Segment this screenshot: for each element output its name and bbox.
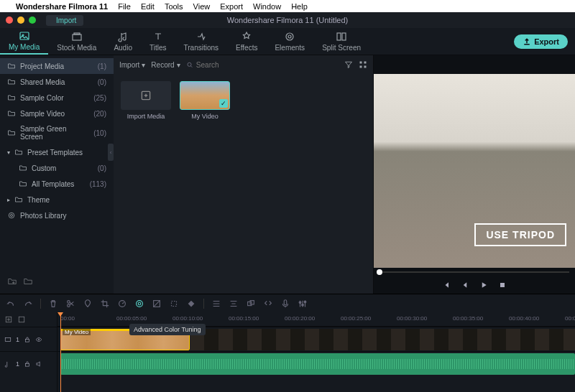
menu-window[interactable]: Window xyxy=(253,2,281,11)
audio-clip[interactable] xyxy=(60,353,575,375)
svg-rect-16 xyxy=(500,283,505,287)
stop-icon[interactable] xyxy=(498,281,507,289)
play-icon[interactable] xyxy=(479,281,488,289)
tab-effects[interactable]: Effects xyxy=(227,28,266,55)
playhead[interactable] xyxy=(60,312,61,392)
expand-icon[interactable] xyxy=(263,299,273,309)
import-media-tile[interactable]: Import Media xyxy=(121,81,171,120)
video-clip-extended[interactable] xyxy=(190,329,575,350)
sidebar-item[interactable]: Project Media(1) xyxy=(0,58,114,74)
folder-icon[interactable] xyxy=(23,276,33,286)
tab-stock-media[interactable]: Stock Media xyxy=(48,28,105,55)
marker-icon[interactable] xyxy=(83,299,93,309)
minimize-window-button[interactable] xyxy=(17,17,24,24)
mixer-icon[interactable] xyxy=(298,299,308,309)
redo-icon[interactable] xyxy=(23,299,33,309)
tab-audio[interactable]: Audio xyxy=(105,28,141,55)
tab-label: Stock Media xyxy=(57,44,96,52)
mac-menubar: Wondershare Filmora 11 File Edit Tools V… xyxy=(0,0,575,12)
sidebar-count: (10) xyxy=(93,129,106,137)
filter-icon[interactable] xyxy=(344,60,353,69)
svg-point-17 xyxy=(68,304,70,307)
sidebar-label: Custom xyxy=(32,164,56,172)
lock-icon[interactable] xyxy=(24,336,31,343)
visibility-icon[interactable] xyxy=(35,336,42,343)
tab-label: Transitions xyxy=(184,44,219,52)
mute-icon[interactable] xyxy=(35,360,42,368)
tab-titles[interactable]: Titles xyxy=(141,28,175,55)
record-dropdown[interactable]: Record▾ xyxy=(151,61,180,69)
menu-edit[interactable]: Edit xyxy=(141,2,155,11)
track-options-icon[interactable] xyxy=(17,315,26,324)
grid-view-icon[interactable] xyxy=(359,60,367,69)
group-icon[interactable] xyxy=(246,299,256,309)
align-icon[interactable] xyxy=(229,299,239,309)
sidebar-item[interactable]: All Templates(113) xyxy=(0,176,114,192)
maximize-window-button[interactable] xyxy=(29,17,36,24)
folder-icon xyxy=(7,93,16,102)
media-clip-tile[interactable]: My Video xyxy=(180,81,230,120)
menu-export[interactable]: Export xyxy=(220,2,243,11)
menu-view[interactable]: View xyxy=(193,2,211,11)
close-window-button[interactable] xyxy=(6,17,13,24)
scrub-handle[interactable] xyxy=(377,269,382,275)
video-track-header[interactable]: 1 xyxy=(0,327,57,351)
sidebar-item[interactable]: ▸Theme xyxy=(0,192,114,207)
timeline-tracks-area[interactable]: 00:0000:00:05:0000:00:10:0000:00:15:0000… xyxy=(58,312,575,392)
skip-back-icon[interactable] xyxy=(442,281,451,289)
sidebar-item[interactable]: Custom(0) xyxy=(0,160,114,176)
import-button[interactable]: Import xyxy=(46,15,83,26)
ruler-mark: 00:00:15:00 xyxy=(229,315,259,322)
tab-transitions[interactable]: Transitions xyxy=(175,28,228,55)
new-folder-icon[interactable] xyxy=(7,276,17,286)
detect-icon[interactable] xyxy=(169,299,179,309)
delete-icon[interactable] xyxy=(48,299,58,309)
svg-point-5 xyxy=(288,35,291,38)
record-vo-icon[interactable] xyxy=(280,299,290,309)
app-name[interactable]: Wondershare Filmora 11 xyxy=(16,2,108,11)
step-back-icon[interactable] xyxy=(461,281,469,289)
clip-thumbnail xyxy=(180,81,230,110)
svg-point-28 xyxy=(302,304,304,306)
audio-track-header[interactable]: 1 xyxy=(0,351,57,375)
timeline-toolbar xyxy=(0,294,575,312)
folder-icon xyxy=(14,148,23,157)
audio-track[interactable] xyxy=(58,351,575,375)
search-input[interactable] xyxy=(196,61,339,69)
sidebar-item[interactable]: ▾Preset Templates xyxy=(0,144,114,160)
menu-tools[interactable]: Tools xyxy=(165,2,183,11)
import-dropdown[interactable]: Import▾ xyxy=(119,61,145,69)
undo-icon[interactable] xyxy=(6,299,16,309)
sidebar-item[interactable]: Sample Green Screen(10) xyxy=(0,121,114,144)
preview-scrubber[interactable] xyxy=(374,268,575,276)
sidebar-item[interactable]: Shared Media(0) xyxy=(0,74,114,90)
svg-rect-35 xyxy=(26,363,29,366)
search-field[interactable] xyxy=(186,61,339,69)
svg-rect-26 xyxy=(284,299,287,304)
svg-point-4 xyxy=(286,33,293,40)
sidebar-item[interactable]: Sample Video(20) xyxy=(0,106,114,121)
sidebar-item[interactable]: Sample Color(25) xyxy=(0,90,114,106)
menu-help[interactable]: Help xyxy=(291,2,308,11)
tab-my-media[interactable]: My Media xyxy=(0,28,48,55)
tooltip: Advanced Color Tuning xyxy=(129,324,206,335)
svg-point-8 xyxy=(9,213,14,218)
preview-viewport[interactable]: USE TRIPOD xyxy=(374,74,575,268)
add-track-icon[interactable] xyxy=(4,315,13,324)
sidebar-collapse-handle[interactable]: ‹ xyxy=(108,144,114,161)
speed-icon[interactable] xyxy=(117,299,127,309)
lock-icon[interactable] xyxy=(24,360,31,368)
color-tuning-icon[interactable] xyxy=(134,299,144,309)
split-clip-icon[interactable] xyxy=(65,299,75,309)
menu-file[interactable]: File xyxy=(118,2,131,11)
sidebar-item[interactable]: Photos Library xyxy=(0,207,114,223)
list-icon[interactable] xyxy=(211,299,221,309)
audio-track-icon xyxy=(4,360,12,368)
keyframe-icon[interactable] xyxy=(186,299,196,309)
tab-elements[interactable]: Elements xyxy=(266,28,313,55)
tab-split-screen[interactable]: Split Screen xyxy=(313,28,369,55)
green-screen-icon[interactable] xyxy=(152,299,162,309)
export-button[interactable]: Export xyxy=(514,34,568,49)
chevron-down-icon: ▾ xyxy=(142,61,145,69)
crop-icon[interactable] xyxy=(100,299,110,309)
